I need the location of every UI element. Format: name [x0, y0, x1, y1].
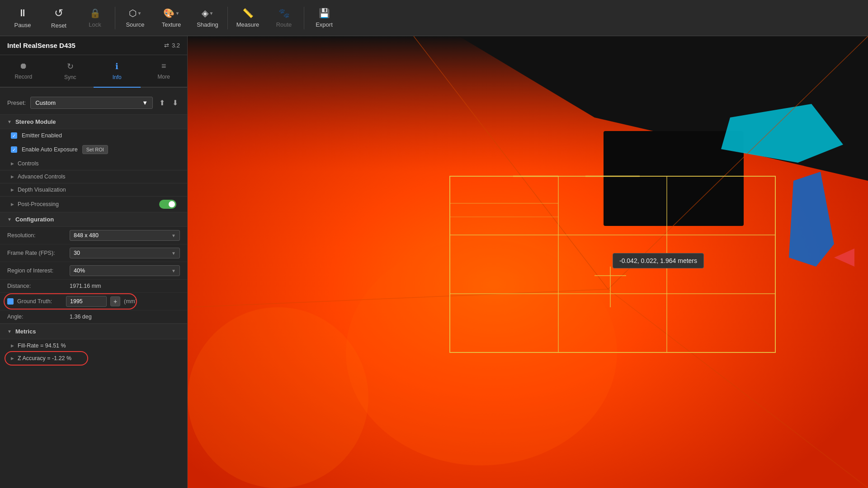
- route-icon: 🐾: [278, 8, 290, 19]
- ground-truth-checkbox[interactable]: [7, 298, 14, 305]
- usb-icon: ⇄: [164, 42, 169, 49]
- texture-label: Texture: [162, 21, 181, 28]
- depth-viz-toggle-icon: ▶: [11, 188, 14, 192]
- ground-truth-label: Ground Truth:: [17, 298, 62, 305]
- set-roi-button[interactable]: Set ROI: [82, 145, 108, 154]
- preset-select[interactable]: Custom ▼: [30, 97, 153, 109]
- measure-label: Measure: [236, 21, 259, 28]
- z-accuracy-row[interactable]: ▶ Z Accuracy = -1.22 %: [0, 352, 187, 365]
- measure-icon: 📏: [242, 8, 254, 19]
- texture-icon: 🎨: [163, 8, 175, 19]
- angle-row: Angle: 1.36 deg: [0, 310, 187, 324]
- usb-version: 3.2: [172, 42, 180, 49]
- shading-icon: ◈: [202, 8, 208, 19]
- preset-upload-icon[interactable]: ⬆: [157, 98, 167, 108]
- fill-rate-toggle-icon: ▶: [11, 343, 14, 348]
- lock-icon: 🔒: [90, 8, 101, 19]
- lock-button: 🔒 Lock: [77, 2, 113, 34]
- emitter-label: Emitter Enabled: [22, 132, 62, 139]
- metrics-toggle-icon: ▼: [7, 329, 12, 334]
- stereo-module-header[interactable]: ▼ Stereo Module: [0, 115, 187, 129]
- preset-icons: ⬆ ⬇: [157, 98, 180, 108]
- framerate-select[interactable]: 30 ▼: [70, 248, 180, 258]
- toolbar-separator-2: [227, 7, 228, 29]
- ground-truth-input[interactable]: [66, 296, 107, 307]
- export-button[interactable]: 💾 Export: [306, 2, 342, 34]
- roi-select[interactable]: 40% ▼: [70, 265, 180, 276]
- pause-button[interactable]: ⏸ Pause: [5, 2, 41, 34]
- source-arrow: ▼: [137, 11, 142, 16]
- toolbar-separator-3: [304, 7, 304, 29]
- advanced-controls-subsection: ▶ Advanced Controls: [0, 170, 187, 183]
- preset-arrow: ▼: [142, 99, 148, 106]
- info-icon: ℹ: [115, 61, 118, 71]
- resolution-label: Resolution:: [7, 232, 66, 239]
- nav-sync-label: Sync: [64, 74, 76, 80]
- stereo-module-section: ▼ Stereo Module Emitter Enabled Enable A…: [0, 115, 187, 212]
- pause-label: Pause: [14, 22, 31, 28]
- svg-point-7: [188, 307, 368, 488]
- post-processing-header[interactable]: ▶ Post-Processing: [0, 197, 187, 212]
- left-panel: Intel RealSense D435 ⇄ 3.2 ⏺ Record ↻ Sy…: [0, 36, 188, 488]
- framerate-value: 30: [74, 250, 80, 256]
- nav-more-label: More: [158, 74, 170, 80]
- distance-label: Distance:: [7, 283, 66, 289]
- configuration-header[interactable]: ▼ Configuration: [0, 212, 187, 227]
- preset-label: Preset:: [7, 99, 26, 106]
- nav-info[interactable]: ℹ Info: [94, 55, 141, 88]
- record-icon: ⏺: [19, 61, 28, 71]
- nav-record-label: Record: [14, 74, 32, 80]
- ground-truth-plus-button[interactable]: +: [110, 296, 120, 306]
- controls-toggle-icon: ▶: [11, 161, 14, 166]
- preset-value: Custom: [35, 99, 56, 106]
- panel-content: Preset: Custom ▼ ⬆ ⬇ ▼ Stereo Module: [0, 88, 187, 488]
- texture-arrow: ▼: [175, 11, 180, 16]
- toolbar: ⏸ Pause ↺ Reset 🔒 Lock ⬡ ▼ Source 🎨 ▼ Te…: [0, 0, 868, 36]
- post-processing-toggle[interactable]: [159, 200, 176, 209]
- metrics-section: ▼ Metrics ▶ Fill-Rate = 94.51 % ▶ Z Accu…: [0, 324, 187, 365]
- emitter-checkbox[interactable]: [11, 132, 17, 139]
- depth-viz-header[interactable]: ▶ Depth Visualization: [0, 183, 187, 196]
- panel-nav: ⏺ Record ↻ Sync ℹ Info ≡ More: [0, 55, 187, 88]
- fill-rate-value: Fill-Rate = 94.51 %: [18, 343, 66, 349]
- angle-value: 1.36 deg: [70, 314, 92, 320]
- pause-icon: ⏸: [18, 7, 28, 19]
- controls-header[interactable]: ▶ Controls: [0, 157, 187, 170]
- device-title: Intel RealSense D435: [7, 42, 75, 49]
- advanced-controls-header[interactable]: ▶ Advanced Controls: [0, 170, 187, 183]
- stereo-module-title: Stereo Module: [15, 118, 56, 125]
- framerate-row: Frame Rate (FPS): 30 ▼: [0, 244, 187, 262]
- emitter-enabled-row: Emitter Enabled: [0, 129, 187, 142]
- viewport[interactable]: -0.042, 0.022, 1.964 meters: [188, 36, 868, 488]
- auto-exposure-label: Enable Auto Exposure: [22, 146, 78, 153]
- shading-button[interactable]: ◈ ▼ Shading: [189, 2, 226, 34]
- metrics-header[interactable]: ▼ Metrics: [0, 324, 187, 339]
- configuration-section: ▼ Configuration Resolution: 848 x 480 ▼ …: [0, 212, 187, 324]
- texture-button[interactable]: 🎨 ▼ Texture: [153, 2, 189, 34]
- ground-truth-unit: (mm): [124, 298, 137, 305]
- post-processing-subsection: ▶ Post-Processing: [0, 197, 187, 212]
- config-toggle-icon: ▼: [7, 217, 12, 222]
- fill-rate-row[interactable]: ▶ Fill-Rate = 94.51 %: [0, 339, 187, 352]
- nav-more[interactable]: ≡ More: [141, 55, 188, 88]
- preset-download-icon[interactable]: ⬇: [170, 98, 180, 108]
- nav-record[interactable]: ⏺ Record: [0, 55, 47, 88]
- advanced-controls-label: Advanced Controls: [18, 174, 66, 180]
- auto-exposure-checkbox[interactable]: [11, 146, 17, 153]
- lock-label: Lock: [89, 21, 101, 28]
- measure-button[interactable]: 📏 Measure: [230, 2, 266, 34]
- reset-button[interactable]: ↺ Reset: [41, 2, 77, 34]
- nav-sync[interactable]: ↻ Sync: [47, 55, 94, 88]
- controls-label: Controls: [18, 160, 39, 167]
- resolution-select[interactable]: 848 x 480 ▼: [70, 230, 180, 241]
- roi-label: Region of Interest:: [7, 267, 66, 274]
- nav-info-label: Info: [113, 74, 122, 80]
- roi-arrow: ▼: [171, 268, 176, 273]
- z-accuracy-value: Z Accuracy = -1.22 %: [18, 355, 71, 361]
- post-processing-label: Post-Processing: [18, 201, 59, 207]
- source-button[interactable]: ⬡ ▼ Source: [117, 2, 153, 34]
- metrics-title: Metrics: [15, 328, 36, 335]
- reset-icon: ↺: [54, 7, 63, 19]
- source-label: Source: [126, 21, 144, 28]
- preset-row: Preset: Custom ▼ ⬆ ⬇: [0, 93, 187, 115]
